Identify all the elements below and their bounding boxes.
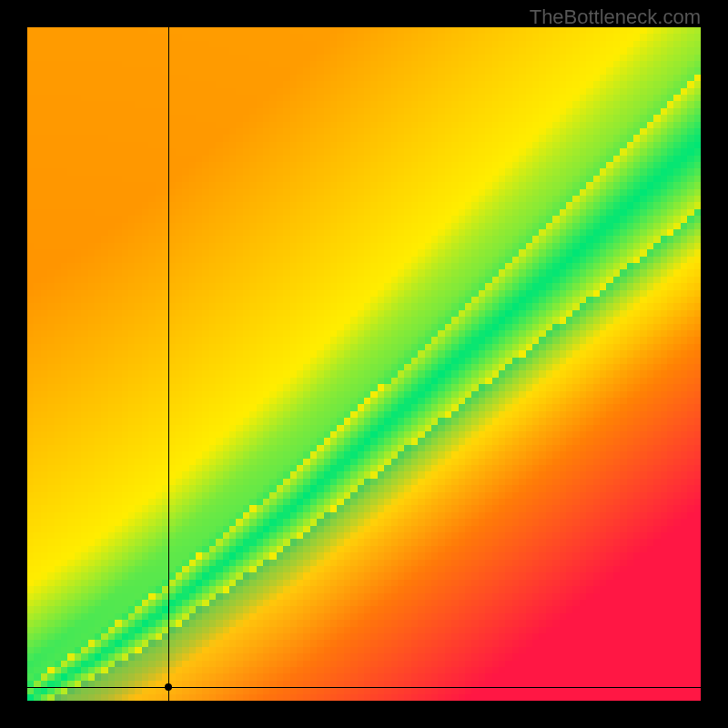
watermark-text: TheBottleneck.com — [530, 5, 701, 29]
heatmap-canvas — [27, 27, 701, 701]
crosshair-point — [165, 683, 172, 691]
crosshair-horizontal — [27, 687, 701, 688]
chart-frame: TheBottleneck.com — [0, 0, 728, 728]
plot-area — [27, 27, 701, 701]
crosshair-vertical — [168, 27, 169, 701]
